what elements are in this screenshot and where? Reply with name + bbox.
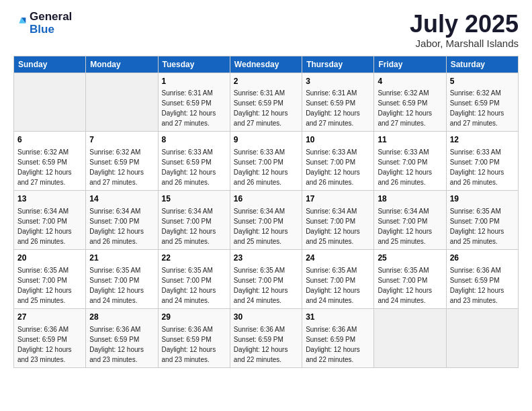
day-header-wednesday: Wednesday — [230, 56, 302, 73]
day-number: 9 — [234, 134, 298, 146]
calendar-cell: 20Sunrise: 6:35 AM Sunset: 7:00 PM Dayli… — [14, 249, 86, 308]
day-number: 15 — [162, 193, 226, 205]
logo: General Blue — [13, 11, 72, 36]
calendar-cell: 9Sunrise: 6:33 AM Sunset: 7:00 PM Daylig… — [230, 132, 302, 191]
calendar-body: 1Sunrise: 6:31 AM Sunset: 6:59 PM Daylig… — [14, 73, 519, 367]
day-number: 31 — [306, 312, 370, 323]
day-number: 6 — [17, 134, 82, 146]
day-header-sunday: Sunday — [14, 56, 86, 73]
day-number: 8 — [162, 134, 226, 146]
day-info: Sunrise: 6:31 AM Sunset: 6:59 PM Dayligh… — [162, 88, 226, 128]
logo-general: General — [30, 11, 72, 24]
day-info: Sunrise: 6:35 AM Sunset: 7:00 PM Dayligh… — [306, 265, 370, 306]
calendar-cell: 17Sunrise: 6:34 AM Sunset: 7:00 PM Dayli… — [302, 191, 374, 250]
calendar-cell: 1Sunrise: 6:31 AM Sunset: 6:59 PM Daylig… — [158, 73, 230, 132]
week-row-1: 1Sunrise: 6:31 AM Sunset: 6:59 PM Daylig… — [14, 73, 519, 132]
calendar-cell: 31Sunrise: 6:36 AM Sunset: 6:59 PM Dayli… — [302, 308, 374, 367]
calendar-cell — [446, 308, 518, 367]
day-info: Sunrise: 6:36 AM Sunset: 6:59 PM Dayligh… — [306, 324, 370, 365]
calendar-cell: 11Sunrise: 6:33 AM Sunset: 7:00 PM Dayli… — [374, 132, 446, 191]
calendar-cell: 28Sunrise: 6:36 AM Sunset: 6:59 PM Dayli… — [86, 308, 158, 367]
header-row: SundayMondayTuesdayWednesdayThursdayFrid… — [14, 56, 519, 73]
day-number: 3 — [306, 76, 370, 87]
day-info: Sunrise: 6:35 AM Sunset: 7:00 PM Dayligh… — [450, 206, 515, 246]
calendar-cell: 23Sunrise: 6:35 AM Sunset: 7:00 PM Dayli… — [230, 249, 302, 308]
day-number: 2 — [234, 76, 298, 87]
month-title: July 2025 — [410, 11, 519, 38]
day-number: 1 — [162, 76, 226, 87]
day-info: Sunrise: 6:33 AM Sunset: 7:00 PM Dayligh… — [306, 147, 370, 187]
day-number: 16 — [234, 193, 298, 205]
day-number: 11 — [378, 134, 442, 146]
day-number: 26 — [450, 253, 515, 264]
calendar-cell — [86, 73, 158, 132]
day-info: Sunrise: 6:32 AM Sunset: 6:59 PM Dayligh… — [450, 88, 515, 128]
calendar-cell: 14Sunrise: 6:34 AM Sunset: 7:00 PM Dayli… — [86, 191, 158, 250]
day-number: 7 — [89, 134, 154, 146]
calendar-cell: 13Sunrise: 6:34 AM Sunset: 7:00 PM Dayli… — [14, 191, 86, 250]
day-info: Sunrise: 6:31 AM Sunset: 6:59 PM Dayligh… — [306, 88, 370, 128]
logo-blue: Blue — [30, 24, 72, 36]
day-header-tuesday: Tuesday — [158, 56, 230, 73]
day-info: Sunrise: 6:33 AM Sunset: 6:59 PM Dayligh… — [162, 147, 226, 187]
day-info: Sunrise: 6:33 AM Sunset: 7:00 PM Dayligh… — [450, 147, 515, 187]
calendar-cell: 16Sunrise: 6:34 AM Sunset: 7:00 PM Dayli… — [230, 191, 302, 250]
day-number: 28 — [89, 312, 154, 323]
calendar-header: SundayMondayTuesdayWednesdayThursdayFrid… — [14, 56, 519, 73]
day-info: Sunrise: 6:36 AM Sunset: 6:59 PM Dayligh… — [162, 324, 226, 365]
day-info: Sunrise: 6:33 AM Sunset: 7:00 PM Dayligh… — [234, 147, 298, 187]
calendar-cell: 22Sunrise: 6:35 AM Sunset: 7:00 PM Dayli… — [158, 249, 230, 308]
day-number: 25 — [378, 253, 442, 264]
day-info: Sunrise: 6:35 AM Sunset: 7:00 PM Dayligh… — [162, 265, 226, 306]
day-header-monday: Monday — [86, 56, 158, 73]
day-number: 17 — [306, 193, 370, 205]
day-number: 14 — [89, 193, 154, 205]
day-header-saturday: Saturday — [446, 56, 518, 73]
day-info: Sunrise: 6:33 AM Sunset: 7:00 PM Dayligh… — [378, 147, 442, 187]
day-header-thursday: Thursday — [302, 56, 374, 73]
calendar-cell: 24Sunrise: 6:35 AM Sunset: 7:00 PM Dayli… — [302, 249, 374, 308]
day-info: Sunrise: 6:32 AM Sunset: 6:59 PM Dayligh… — [17, 147, 82, 187]
day-info: Sunrise: 6:34 AM Sunset: 7:00 PM Dayligh… — [17, 206, 82, 246]
day-info: Sunrise: 6:31 AM Sunset: 6:59 PM Dayligh… — [234, 88, 298, 128]
location: Jabor, Marshall Islands — [410, 38, 519, 49]
logo-icon — [13, 15, 27, 29]
day-info: Sunrise: 6:36 AM Sunset: 6:59 PM Dayligh… — [89, 324, 154, 365]
day-info: Sunrise: 6:36 AM Sunset: 6:59 PM Dayligh… — [450, 265, 515, 306]
week-row-4: 20Sunrise: 6:35 AM Sunset: 7:00 PM Dayli… — [14, 249, 519, 308]
calendar-cell: 21Sunrise: 6:35 AM Sunset: 7:00 PM Dayli… — [86, 249, 158, 308]
calendar-cell: 19Sunrise: 6:35 AM Sunset: 7:00 PM Dayli… — [446, 191, 518, 250]
day-number: 27 — [17, 312, 82, 323]
calendar-cell: 26Sunrise: 6:36 AM Sunset: 6:59 PM Dayli… — [446, 249, 518, 308]
week-row-2: 6Sunrise: 6:32 AM Sunset: 6:59 PM Daylig… — [14, 132, 519, 191]
calendar-cell: 10Sunrise: 6:33 AM Sunset: 7:00 PM Dayli… — [302, 132, 374, 191]
day-info: Sunrise: 6:34 AM Sunset: 7:00 PM Dayligh… — [89, 206, 154, 246]
calendar-cell — [14, 73, 86, 132]
calendar-cell: 3Sunrise: 6:31 AM Sunset: 6:59 PM Daylig… — [302, 73, 374, 132]
page-header: General Blue July 2025 Jabor, Marshall I… — [13, 11, 519, 49]
day-info: Sunrise: 6:35 AM Sunset: 7:00 PM Dayligh… — [89, 265, 154, 306]
calendar-cell: 2Sunrise: 6:31 AM Sunset: 6:59 PM Daylig… — [230, 73, 302, 132]
day-number: 30 — [234, 312, 298, 323]
calendar-cell: 4Sunrise: 6:32 AM Sunset: 6:59 PM Daylig… — [374, 73, 446, 132]
day-number: 29 — [162, 312, 226, 323]
calendar-cell: 25Sunrise: 6:35 AM Sunset: 7:00 PM Dayli… — [374, 249, 446, 308]
day-info: Sunrise: 6:36 AM Sunset: 6:59 PM Dayligh… — [234, 324, 298, 365]
day-number: 12 — [450, 134, 515, 146]
day-number: 22 — [162, 253, 226, 264]
day-info: Sunrise: 6:36 AM Sunset: 6:59 PM Dayligh… — [17, 324, 82, 365]
day-number: 20 — [17, 253, 82, 264]
day-info: Sunrise: 6:34 AM Sunset: 7:00 PM Dayligh… — [378, 206, 442, 246]
calendar-table: SundayMondayTuesdayWednesdayThursdayFrid… — [13, 56, 519, 368]
calendar-cell — [374, 308, 446, 367]
week-row-5: 27Sunrise: 6:36 AM Sunset: 6:59 PM Dayli… — [14, 308, 519, 367]
day-info: Sunrise: 6:34 AM Sunset: 7:00 PM Dayligh… — [162, 206, 226, 246]
day-info: Sunrise: 6:35 AM Sunset: 7:00 PM Dayligh… — [234, 265, 298, 306]
calendar-cell: 5Sunrise: 6:32 AM Sunset: 6:59 PM Daylig… — [446, 73, 518, 132]
calendar-cell: 6Sunrise: 6:32 AM Sunset: 6:59 PM Daylig… — [14, 132, 86, 191]
calendar-cell: 30Sunrise: 6:36 AM Sunset: 6:59 PM Dayli… — [230, 308, 302, 367]
calendar-cell: 27Sunrise: 6:36 AM Sunset: 6:59 PM Dayli… — [14, 308, 86, 367]
day-number: 24 — [306, 253, 370, 264]
day-number: 10 — [306, 134, 370, 146]
day-info: Sunrise: 6:34 AM Sunset: 7:00 PM Dayligh… — [306, 206, 370, 246]
